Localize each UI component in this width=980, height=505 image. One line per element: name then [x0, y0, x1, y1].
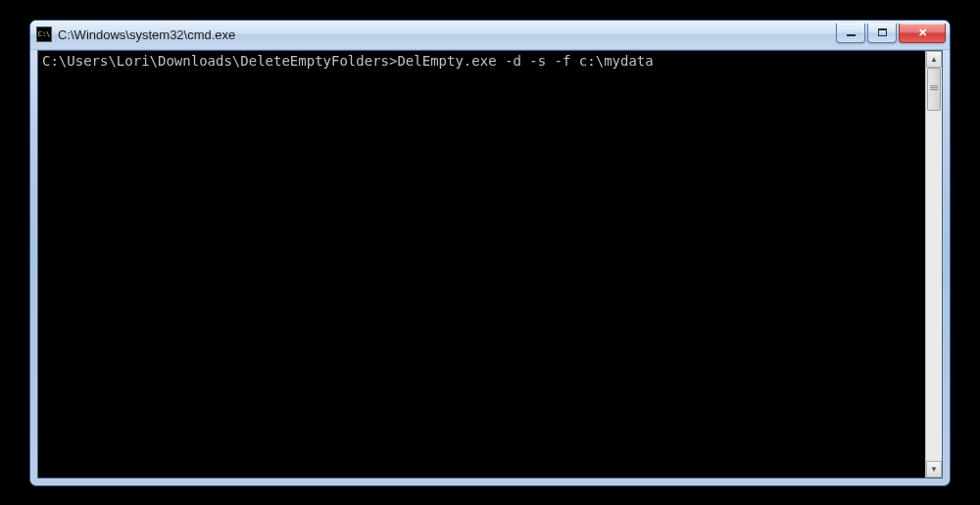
scroll-thumb[interactable] — [927, 68, 941, 111]
scroll-down-button[interactable]: ▼ — [926, 461, 942, 478]
scroll-track[interactable] — [926, 68, 942, 461]
command-text: DelEmpty.exe -d -s -f c:\mydata — [397, 53, 653, 69]
cmd-window: C:\ C:\Windows\system32\cmd.exe ✕ C:\Use… — [29, 20, 951, 486]
minimize-icon — [847, 33, 856, 36]
vertical-scrollbar[interactable]: ▲ ▼ — [925, 51, 942, 478]
maximize-button[interactable] — [867, 24, 897, 43]
window-title: C:\Windows\system32\cmd.exe — [58, 27, 836, 42]
close-button[interactable]: ✕ — [899, 24, 946, 43]
window-controls: ✕ — [836, 24, 946, 43]
terminal-output[interactable]: C:\Users\Lori\Downloads\DeleteEmptyFolde… — [38, 51, 925, 478]
minimize-button[interactable] — [836, 24, 865, 43]
cmd-icon-text: C:\ — [38, 31, 51, 38]
scroll-grip-icon — [930, 85, 938, 93]
close-icon: ✕ — [918, 27, 927, 38]
scroll-up-button[interactable]: ▲ — [926, 51, 942, 68]
window-titlebar[interactable]: C:\ C:\Windows\system32\cmd.exe ✕ — [30, 21, 950, 50]
client-area: C:\Users\Lori\Downloads\DeleteEmptyFolde… — [37, 50, 943, 479]
cmd-app-icon: C:\ — [36, 26, 52, 42]
prompt-text: C:\Users\Lori\Downloads\DeleteEmptyFolde… — [42, 53, 397, 69]
maximize-icon — [878, 28, 887, 36]
